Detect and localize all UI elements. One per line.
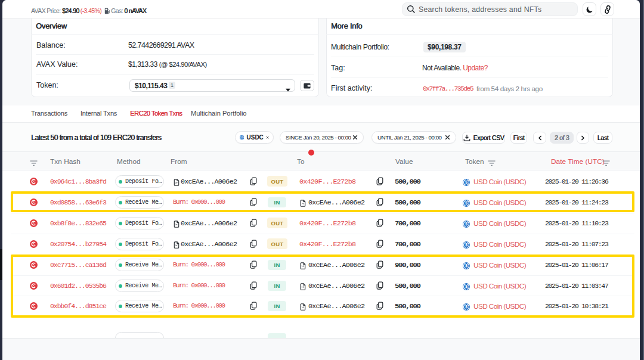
svg-text:$: $: [465, 180, 467, 185]
svg-text:$: $: [465, 222, 467, 226]
svg-text:$: $: [465, 243, 467, 247]
